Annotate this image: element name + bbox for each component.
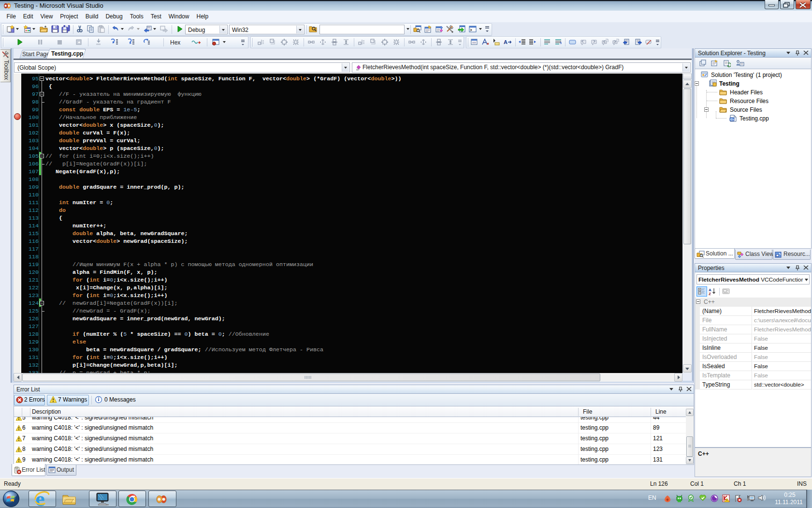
svg-text:A: A [504,39,508,45]
svg-text:C++: C++ [730,118,736,121]
svg-text:Z: Z [709,292,711,295]
